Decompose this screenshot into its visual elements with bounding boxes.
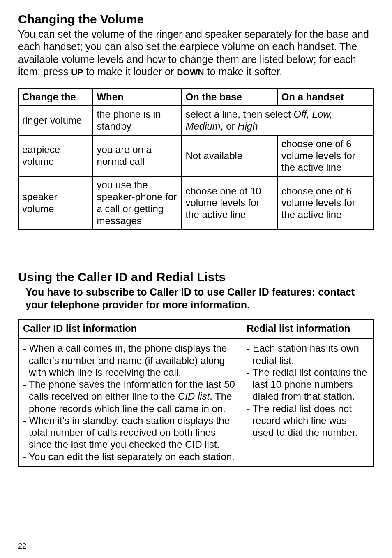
section1-intro: You can set the volume of the ringer and… [18,28,374,78]
intro-p3: to make it softer. [204,66,282,77]
t1-r0c1: the phone is in standby [93,106,182,135]
t1-r1c1: you are on a normal call [93,135,182,176]
t2-c1-l4: - You can edit the list separately on ea… [23,451,238,463]
t1-r0c2-pre: select a line, then select [185,109,293,120]
t1-h2: On the base [182,88,277,106]
table-row: - When a call comes in, the phone displa… [18,338,374,466]
t1-r0c2: select a line, then select Off, Low, Med… [182,106,374,135]
section1-title: Changing the Volume [18,12,374,27]
t1-h3: On a handset [278,88,374,106]
t1-r2c0: speaker volume [18,176,93,229]
t1-r0c2-em2: High [238,120,258,132]
table-row: ringer volume the phone is in standby se… [18,106,374,135]
table-row: speaker volume you use the speaker-phone… [18,176,374,229]
page-number: 22 [18,542,26,551]
intro-up: UP [71,67,83,77]
t2-c1-l2em: CID list [178,391,210,402]
t1-r1c3: choose one of 6 volume levels for the ac… [278,135,374,176]
t1-r0c2-mid: , or [221,120,238,132]
intro-p2: to make it louder or [83,66,177,77]
t2-col1: - When a call comes in, the phone displa… [18,338,242,466]
t1-r2c1: you use the speaker-phone for a call or … [93,176,182,229]
t1-r2c2: choose one of 10 volume levels for the a… [182,176,277,229]
t2-h0: Caller ID list information [18,319,242,338]
volume-table: Change the When On the base On a handset… [18,88,374,230]
t1-r0c0: ringer volume [18,106,93,135]
table-row: Caller ID list information Redial list i… [18,319,374,338]
section2-sub: You have to subscribe to Caller ID to us… [25,286,374,312]
table-row: earpiece volume you are on a normal call… [18,135,374,176]
t2-c1-l2: - The phone saves the information for th… [23,378,238,414]
caller-id-table: Caller ID list information Redial list i… [18,319,374,466]
section2-title: Using the Caller ID and Redial Lists [18,269,374,285]
t2-c1-l1: - When a call comes in, the phone displa… [23,342,238,378]
t1-r1c2: Not available [182,135,277,176]
t2-h1: Redial list information [242,319,374,338]
intro-down: DOWN [177,67,204,77]
t2-c2-l3: - The redial list does not record which … [247,403,369,439]
t2-c2-l2: - The redial list contains the last 10 p… [247,366,369,403]
t2-col2: - Each station has its own redial list. … [242,338,374,466]
t2-c1-l3: - When it's in standby, each station dis… [23,414,238,451]
t1-r2c3: choose one of 6 volume levels for the ac… [278,176,374,229]
t1-h1: When [93,88,182,106]
t1-h0: Change the [18,88,93,106]
t1-r1c0: earpiece volume [18,135,93,176]
table-row: Change the When On the base On a handset [18,88,374,106]
t2-c2-l1: - Each station has its own redial list. [247,342,369,366]
